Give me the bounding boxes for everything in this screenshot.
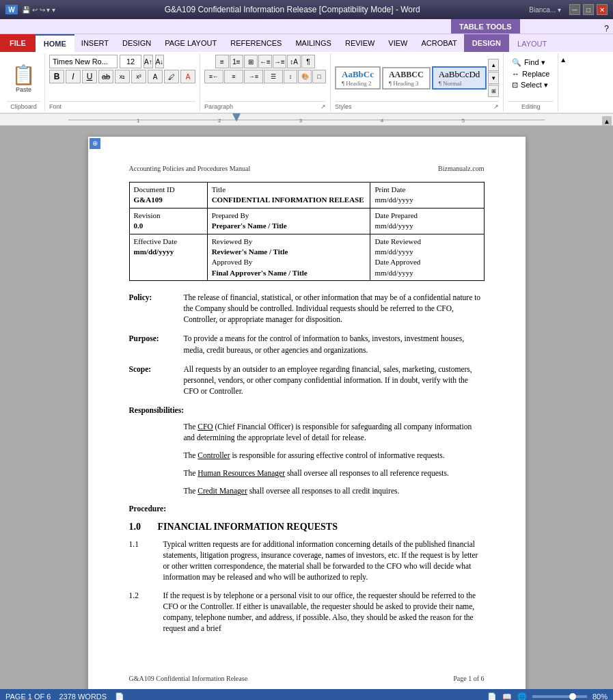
view-web-icon[interactable]: 🌐 [517, 692, 527, 701]
replace-icon: ↔ [512, 70, 519, 78]
increase-indent-button[interactable]: →≡ [273, 55, 286, 68]
tab-references[interactable]: REFERENCES [223, 34, 288, 52]
table-cell[interactable]: Revision 0.0 [129, 208, 207, 234]
table-cell[interactable]: Prepared By Preparer's Name / Title [207, 208, 370, 234]
subsection-1-1-text: Typical written requests are for additio… [163, 539, 485, 582]
decrease-indent-button[interactable]: ←≡ [258, 55, 272, 68]
style-heading1[interactable]: AaBbCc ¶ Heading 2 [335, 66, 381, 90]
ribbon-collapse[interactable]: ▲ [558, 53, 568, 111]
font-section: A↑ A↓ B I U ab x₂ x² A 🖊 A Font [45, 53, 200, 111]
tab-acrobat[interactable]: ACROBAT [414, 34, 463, 52]
tab-mailings[interactable]: MAILINGS [288, 34, 338, 52]
effective-date-label: Effective Date [134, 237, 203, 247]
shading-button[interactable]: 🎨 [298, 70, 312, 83]
styles-scroll-down[interactable]: ▼ [488, 72, 499, 84]
tab-table-layout[interactable]: LAYOUT [509, 34, 555, 52]
title-label: Title [212, 185, 366, 195]
table-cell[interactable]: Date Prepared mm/dd/yyyy [370, 208, 484, 234]
superscript-button[interactable]: x² [131, 70, 146, 83]
align-right-button[interactable]: →≡ [244, 70, 263, 83]
highlight-button[interactable]: 🖊 [164, 70, 179, 83]
policy-text: The release of financial, statistical, o… [184, 292, 485, 325]
align-left-button[interactable]: ≡← [204, 70, 223, 83]
numbering-button[interactable]: 1≡ [230, 55, 243, 68]
select-button[interactable]: ⊡ Select ▾ [511, 80, 550, 90]
date-prepared-label: Date Prepared [374, 211, 479, 221]
bullets-button[interactable]: ≡ [215, 55, 229, 68]
italic-button[interactable]: I [66, 70, 81, 83]
styles-scroll-up[interactable]: ▲ [488, 59, 499, 71]
ribbon-tabs: FILE HOME INSERT DESIGN PAGE LAYOUT REFE… [0, 34, 613, 52]
help-button[interactable]: ? [604, 24, 609, 33]
header-left: Accounting Policies and Procedures Manua… [129, 164, 251, 174]
text-effects-button[interactable]: A [148, 70, 163, 83]
styles-expand[interactable]: ⊞ [488, 85, 499, 97]
replace-button[interactable]: ↔ Replace [511, 69, 550, 79]
zoom-slider[interactable] [532, 695, 587, 698]
paste-button[interactable]: 📋 Paste [7, 57, 40, 98]
policy-section: Policy: The release of financial, statis… [129, 292, 485, 325]
bold-button[interactable]: B [49, 70, 64, 83]
clipboard-label: Clipboard [7, 101, 40, 110]
table-cell[interactable]: Effective Date mm/dd/yyyy [129, 234, 207, 281]
tab-page-layout[interactable]: PAGE LAYOUT [158, 34, 223, 52]
purpose-section: Purpose: To provide a means for the cont… [129, 333, 485, 355]
user-name: Bianca... ▾ [529, 6, 561, 14]
document-footer: G&A109 Confidential Information Release … [129, 674, 485, 684]
justify-button[interactable]: ☰ [264, 70, 283, 83]
tab-insert[interactable]: INSERT [74, 34, 115, 52]
font-grow-button[interactable]: A↑ [144, 55, 153, 68]
find-button[interactable]: 🔍 Find ▾ [511, 57, 550, 68]
reviewed-by-value: Reviewer's Name / Title [212, 247, 366, 257]
line-spacing-button[interactable]: ↕ [284, 70, 297, 83]
tab-home[interactable]: HOME [36, 34, 74, 52]
paragraph-dialog-launcher[interactable]: ↗ [321, 103, 326, 110]
underline-button[interactable]: U [82, 70, 97, 83]
window-controls: Bianca... ▾ ─ □ ✕ [529, 4, 608, 15]
view-print-icon[interactable]: 📄 [487, 692, 497, 701]
zoom-thumb[interactable] [569, 693, 576, 700]
title-value: CONFIDENTIAL INFORMATION RELEASE [212, 195, 366, 205]
tab-review[interactable]: REVIEW [338, 34, 381, 52]
purpose-text: To provide a means for the control of in… [184, 333, 485, 355]
date-reviewed-value: mm/dd/yyyy [374, 247, 479, 257]
table-cell[interactable]: Title CONFIDENTIAL INFORMATION RELEASE [207, 183, 370, 208]
table-cell[interactable]: Print Date mm/dd/yyyy [370, 183, 484, 208]
document-area[interactable]: ▲ ⊕ Accounting Policies and Procedures M… [0, 126, 613, 689]
font-name-input[interactable] [49, 55, 118, 68]
status-right: 📄 📖 🌐 80% [487, 692, 608, 701]
tab-design[interactable]: DESIGN [115, 34, 158, 52]
prepared-by-label: Prepared By [212, 211, 366, 221]
font-shrink-button[interactable]: A↓ [155, 55, 165, 68]
table-cell[interactable]: Document ID G&A109 [129, 183, 207, 208]
view-reading-icon[interactable]: 📖 [502, 692, 512, 701]
multilevel-button[interactable]: ⊞ [244, 55, 258, 68]
doc-id-label: Document ID [134, 185, 203, 195]
controller-link: Controller [197, 451, 230, 459]
pilcrow-button[interactable]: ¶ [301, 55, 315, 68]
tab-table-design[interactable]: DESIGN [464, 34, 509, 52]
style-heading2[interactable]: AABBCC ¶ Heading 3 [382, 67, 431, 90]
subscript-button[interactable]: x₂ [115, 70, 130, 83]
table-cell[interactable]: Date Reviewed mm/dd/yyyy Date Approved m… [370, 234, 484, 281]
tab-view[interactable]: VIEW [381, 34, 414, 52]
table-move-handle[interactable]: ⊕ [90, 138, 100, 149]
strikethrough-button[interactable]: ab [98, 70, 113, 83]
align-center-button[interactable]: ≡ [224, 70, 243, 83]
styles-dialog-launcher[interactable]: ↗ [493, 103, 499, 110]
close-button[interactable]: ✕ [597, 4, 608, 15]
approved-by-label: Approved By [212, 257, 366, 267]
subsection-1-2-num: 1.2 [129, 590, 163, 634]
footer-right: Page 1 of 6 [453, 674, 484, 684]
font-size-input[interactable] [120, 55, 141, 68]
minimize-button[interactable]: ─ [569, 4, 580, 15]
font-color-button[interactable]: A [180, 70, 195, 83]
styles-scroll[interactable]: ▲ ▼ ⊞ [488, 59, 499, 97]
borders-button[interactable]: □ [312, 70, 326, 83]
tab-file[interactable]: FILE [0, 34, 36, 52]
sort-button[interactable]: ↕A [287, 55, 301, 68]
table-cell[interactable]: Reviewed By Reviewer's Name / Title Appr… [207, 234, 370, 281]
document-page: ⊕ Accounting Policies and Procedures Man… [88, 137, 526, 689]
style-normal[interactable]: AaBbCcDd ¶ Normal [432, 66, 487, 90]
restore-button[interactable]: □ [583, 4, 594, 15]
